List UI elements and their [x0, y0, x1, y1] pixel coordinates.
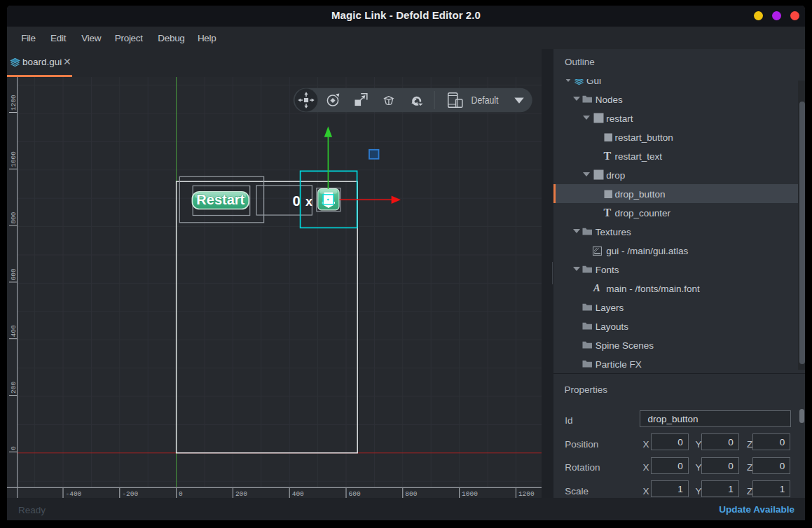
svg-text:200: 200 [235, 490, 247, 498]
svg-text:1200: 1200 [518, 490, 535, 498]
svg-text:0: 0 [179, 490, 183, 498]
svg-text:Restart: Restart [196, 192, 245, 207]
svg-text:800: 800 [405, 490, 417, 498]
svg-text:800: 800 [10, 211, 18, 223]
svg-text:1200: 1200 [10, 95, 18, 111]
svg-text:Default: Default [472, 95, 499, 106]
svg-text:-400: -400 [66, 490, 82, 498]
svg-text:200: 200 [10, 382, 18, 394]
svg-text:400: 400 [10, 325, 18, 337]
svg-text:1000: 1000 [10, 151, 18, 167]
svg-text:x: x [305, 195, 312, 209]
svg-text:1000: 1000 [462, 490, 478, 498]
svg-text:0: 0 [10, 446, 18, 450]
svg-text:600: 600 [10, 268, 18, 280]
svg-text:400: 400 [292, 490, 304, 498]
svg-text:600: 600 [349, 490, 361, 498]
svg-text:-200: -200 [122, 490, 138, 498]
svg-text:0: 0 [293, 193, 301, 209]
